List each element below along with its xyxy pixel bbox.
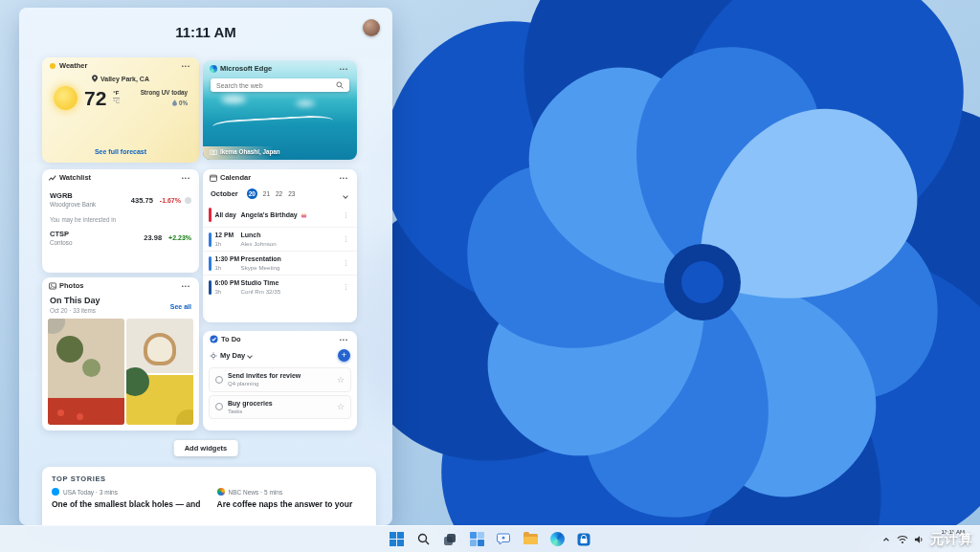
weather-title: Weather — [59, 61, 87, 70]
collage-photo-plant[interactable] — [126, 375, 193, 425]
task-item[interactable]: Buy groceries Tasks ☆ — [209, 395, 351, 420]
wifi-icon[interactable] — [897, 535, 908, 544]
calendar-day-selected[interactable]: 20 — [247, 188, 257, 199]
watchlist-more-button[interactable]: ••• — [180, 173, 192, 183]
news-story[interactable]: NBC News · 5 mins Are coffee naps the an… — [217, 488, 368, 509]
event-kebab-button[interactable]: ⋮ — [341, 257, 351, 269]
edge-browser-button[interactable] — [547, 529, 568, 549]
todo-more-button[interactable]: ••• — [338, 335, 350, 344]
weather-location-row[interactable]: Valley Park, CA — [42, 75, 199, 82]
widgets-icon — [470, 532, 484, 546]
calendar-event[interactable]: 12 PM 1h Lunch Alex Johnson ⋮ — [203, 227, 357, 251]
weather-precip: 0% — [179, 99, 188, 108]
edge-search-bar[interactable] — [211, 78, 349, 92]
photo-collage[interactable] — [48, 319, 193, 425]
raindrop-icon — [172, 99, 177, 106]
event-subtitle: Skype Meeting — [241, 264, 281, 272]
calendar-event[interactable]: All day Angela's Birthday ⋮ — [203, 203, 357, 227]
event-kebab-button[interactable]: ⋮ — [341, 233, 351, 245]
todo-header: To Do ••• — [203, 331, 357, 347]
watchlist-header: Watchlist ••• — [42, 169, 199, 186]
task-checkbox[interactable] — [215, 376, 223, 384]
stock-name: Woodgrove Bank — [50, 201, 96, 210]
watchlist-widget[interactable]: Watchlist ••• WGRB Woodgrove Bank 435.75… — [42, 169, 199, 273]
weather-details: Strong UV today 0% — [141, 88, 188, 107]
task-item[interactable]: Send invites for review Q4 planning ☆ — [209, 367, 351, 392]
todo-widget[interactable]: To Do ••• My Day + Send invites fo — [203, 331, 357, 431]
event-title: Angela's Birthday — [241, 210, 298, 219]
unit-fahrenheit[interactable]: °F — [113, 90, 120, 99]
search-button[interactable] — [413, 529, 434, 549]
location-pin-icon — [92, 75, 98, 82]
event-title: Lunch — [241, 231, 261, 239]
event-color-bar — [209, 208, 212, 222]
weather-temperature: 72 — [84, 88, 106, 108]
calendar-day[interactable]: 21 — [263, 190, 270, 197]
calendar-event[interactable]: 6:00 PM 3h Studio Time Conf Rm 32/35 ⋮ — [203, 275, 357, 298]
calendar-event[interactable]: 1:30 PM 1h Presentation Skype Meeting ⋮ — [203, 251, 357, 275]
event-duration: 1h — [215, 240, 241, 248]
edge-widget[interactable]: Microsoft Edge ••• — [203, 60, 357, 160]
add-task-button[interactable]: + — [338, 349, 350, 362]
photo-shape — [57, 409, 64, 416]
task-view-button[interactable] — [440, 529, 460, 549]
event-subtitle: Alex Johnson — [241, 240, 277, 248]
chat-button[interactable] — [494, 529, 514, 549]
event-duration: 3h — [215, 288, 241, 296]
news-story[interactable]: USA Today · 3 mins One of the smallest b… — [52, 488, 202, 509]
user-avatar[interactable] — [363, 19, 380, 36]
task-checkbox[interactable] — [215, 403, 223, 410]
windows-logo-icon — [390, 532, 404, 546]
birthday-cake-icon — [301, 211, 307, 218]
unit-celsius[interactable]: °C — [113, 99, 120, 106]
photos-more-button[interactable]: ••• — [180, 281, 192, 291]
collage-photo-chair[interactable] — [126, 319, 193, 373]
calendar-day[interactable]: 22 — [276, 190, 282, 197]
widgets-clock: 11:11 AM — [19, 24, 392, 40]
calendar-widget[interactable]: Calendar ••• October 20 21 22 23 All day — [203, 169, 357, 322]
photos-widget[interactable]: Photos ••• On This Day Oct 20 · 33 items… — [42, 277, 199, 431]
stock-row[interactable]: CTSP Contoso 23.98 +2.23% — [42, 224, 199, 250]
interest-label: You may be interested in — [42, 211, 199, 224]
calendar-expand-button[interactable] — [342, 183, 349, 204]
task-view-icon — [443, 533, 457, 546]
edge-more-button[interactable]: ••• — [338, 64, 350, 74]
see-full-forecast-link[interactable]: See full forecast — [42, 148, 199, 163]
calendar-more-button[interactable]: ••• — [338, 173, 350, 183]
store-button[interactable] — [574, 529, 594, 549]
watchlist-title: Watchlist — [59, 173, 91, 182]
my-day-row[interactable]: My Day + — [203, 347, 357, 364]
weather-more-button[interactable]: ••• — [180, 61, 192, 71]
weather-icon — [49, 62, 56, 70]
photos-header: Photos ••• — [42, 277, 199, 294]
star-icon[interactable]: ☆ — [337, 402, 345, 411]
edge-search-input[interactable] — [216, 82, 336, 89]
stock-row[interactable]: WGRB Woodgrove Bank 435.75 -1.67% — [42, 186, 199, 211]
calendar-day[interactable]: 23 — [288, 190, 295, 197]
stock-change: +2.23% — [168, 234, 191, 241]
event-kebab-button[interactable]: ⋮ — [341, 281, 351, 293]
store-bag-icon — [577, 533, 590, 546]
weather-widget[interactable]: Weather ••• Valley Park, CA 72 °F °C Str… — [42, 57, 199, 163]
event-time: 6:00 PM — [215, 278, 241, 287]
widgets-button[interactable] — [467, 529, 487, 549]
event-time: 1:30 PM — [215, 254, 241, 263]
event-time: 12 PM — [215, 231, 241, 239]
photo-shape — [77, 413, 83, 420]
cloud-shape — [221, 96, 246, 103]
show-hidden-icons-chevron[interactable] — [881, 535, 891, 544]
widgets-panel: 11:11 AM Weather ••• Valley Park, CA 72 — [19, 8, 392, 525]
weather-header: Weather ••• — [42, 57, 199, 74]
file-explorer-button[interactable] — [521, 529, 541, 549]
start-button[interactable] — [387, 529, 407, 549]
add-widgets-button[interactable]: Add widgets — [174, 440, 238, 456]
see-all-link[interactable]: See all — [170, 303, 191, 310]
edge-photo[interactable]: Ikema Ohashi, Japan — [203, 92, 357, 160]
star-icon[interactable]: ☆ — [337, 375, 345, 385]
camera-icon — [210, 149, 217, 155]
chevron-down-icon — [247, 353, 253, 359]
collage-photo-abstract[interactable] — [48, 319, 124, 425]
event-kebab-button[interactable]: ⋮ — [341, 210, 351, 221]
stock-price: 23.98 — [144, 233, 162, 242]
volume-icon[interactable] — [914, 535, 924, 544]
